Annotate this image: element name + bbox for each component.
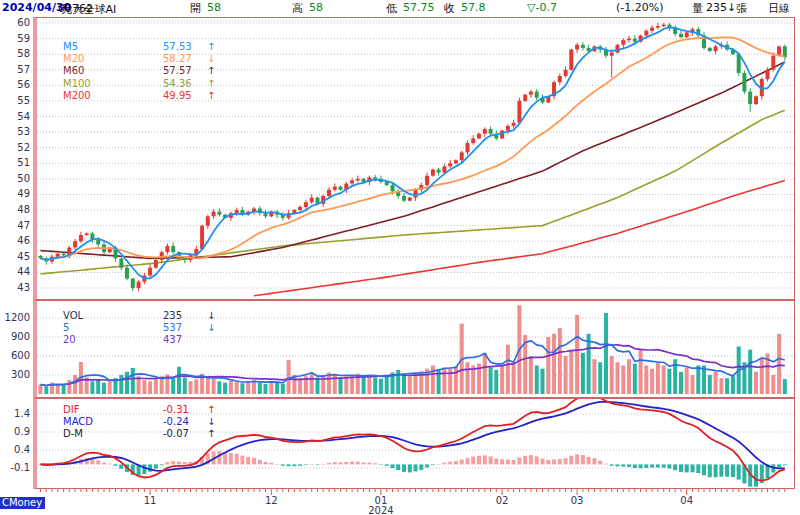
macd-label: MACD: [63, 416, 163, 428]
volume-panel: VOL235↓ 5537↓ 20437: [33, 300, 795, 398]
price-ma-legend: M557.53↑ M2058.27↓ M6057.57↑ M10054.36↑ …: [63, 41, 215, 102]
cmoney-logo: CMoney: [0, 497, 45, 509]
up-arrow-icon: ↑: [207, 41, 215, 53]
change-value: ▽-0.7: [527, 1, 557, 14]
price-tick-label: 60: [0, 17, 30, 28]
ma20-value: 58.27: [163, 53, 205, 65]
header-bar: 2024/04/30 00762 元大全球AI 開 58 高 58 低 57.7…: [0, 0, 800, 17]
ma5-label: M5: [63, 41, 163, 53]
price-tick-label: 51: [0, 157, 30, 168]
up-arrow-icon: ↑: [207, 78, 215, 90]
macd-tick-label: 0.4: [0, 444, 30, 455]
close-label: 收: [444, 1, 455, 16]
low-label: 低: [386, 1, 397, 16]
month-label: 04: [680, 495, 693, 506]
month-label: 03: [571, 495, 584, 506]
up-arrow-icon: ↑: [207, 404, 215, 416]
price-tick-label: 56: [0, 79, 30, 90]
low-value: 57.75: [403, 1, 435, 14]
price-panel: M557.53↑ M2058.27↓ M6057.57↑ M10054.36↑ …: [33, 17, 795, 300]
open-label: 開: [190, 1, 201, 16]
price-tick-label: 44: [0, 266, 30, 277]
price-tick-label: 45: [0, 251, 30, 262]
month-label: 02: [496, 495, 509, 506]
down-arrow-icon: ↓: [207, 310, 215, 322]
period-selector[interactable]: 日線: [768, 1, 790, 16]
vol-label: VOL: [63, 310, 163, 322]
ma200-value: 49.95: [163, 90, 205, 102]
volume-unit: 張: [736, 1, 747, 16]
volume-tick-label: 600: [0, 350, 30, 361]
price-tick-label: 50: [0, 173, 30, 184]
price-tick-label: 43: [0, 282, 30, 293]
close-value: 57.8: [461, 1, 486, 14]
price-tick-label: 47: [0, 220, 30, 231]
volume-tick-label: 1200: [0, 312, 30, 323]
macd-tick-label: 0.9: [0, 426, 30, 437]
symbol-name-label: 00762 元大全球AI: [58, 1, 62, 14]
up-arrow-icon: ↑: [207, 65, 215, 77]
price-tick-label: 54: [0, 111, 30, 122]
price-tick-label: 55: [0, 95, 30, 106]
volume-value: 235↓: [706, 1, 736, 14]
volume-legend: VOL235↓ 5537↓ 20437: [63, 310, 215, 347]
stock-chart-app: 2024/04/30 00762 元大全球AI 開 58 高 58 低 57.7…: [0, 0, 800, 515]
year-label: 2024: [368, 505, 393, 515]
price-tick-label: 46: [0, 235, 30, 246]
price-tick-label: 49: [0, 188, 30, 199]
volume-label: 量: [692, 1, 703, 16]
macd-tick-label: 1.4: [0, 408, 30, 419]
ma60-value: 57.57: [163, 65, 205, 77]
ma100-label: M100: [63, 78, 163, 90]
ma200-label: M200: [63, 90, 163, 102]
change-percent: (-1.20%): [616, 1, 664, 14]
up-arrow-icon: ↑: [207, 90, 215, 102]
macd-panel: DIF-0.31↑ MACD-0.24↓ D-M-0.07↑: [33, 398, 795, 489]
time-axis: 1112012024020304: [0, 488, 800, 515]
open-value: 58: [207, 1, 221, 14]
price-tick-label: 52: [0, 142, 30, 153]
price-tick-label: 57: [0, 64, 30, 75]
price-tick-label: 48: [0, 204, 30, 215]
dif-value: -0.31: [163, 404, 205, 416]
volume-tick-label: 300: [0, 369, 30, 380]
macd-tick-label: -0.1: [0, 462, 30, 473]
ma20-label: M20: [63, 53, 163, 65]
month-label: 12: [265, 495, 278, 506]
ma100-value: 54.36: [163, 78, 205, 90]
ma5-value: 57.53: [163, 41, 205, 53]
vol-ma20-label: 20: [63, 334, 163, 346]
down-arrow-icon: ↓: [207, 53, 215, 65]
high-label: 高: [292, 1, 303, 16]
price-tick-label: 53: [0, 126, 30, 137]
vol-ma5-label: 5: [63, 322, 163, 334]
dif-label: DIF: [63, 404, 163, 416]
dm-value: -0.07: [163, 428, 205, 440]
high-value: 58: [309, 1, 323, 14]
month-label: 11: [144, 495, 157, 506]
macd-legend: DIF-0.31↑ MACD-0.24↓ D-M-0.07↑: [63, 404, 215, 441]
price-tick-label: 58: [0, 48, 30, 59]
ma60-label: M60: [63, 65, 163, 77]
price-tick-label: 59: [0, 33, 30, 44]
up-arrow-icon: ↑: [207, 428, 215, 440]
vol-value: 235: [163, 310, 205, 322]
macd-value: -0.24: [163, 416, 205, 428]
vol-ma20-value: 437: [163, 334, 205, 346]
dm-label: D-M: [63, 428, 163, 440]
down-arrow-icon: ↓: [207, 322, 215, 334]
down-arrow-icon: ↓: [207, 416, 215, 428]
volume-tick-label: 900: [0, 331, 30, 342]
vol-ma5-value: 537: [163, 322, 205, 334]
